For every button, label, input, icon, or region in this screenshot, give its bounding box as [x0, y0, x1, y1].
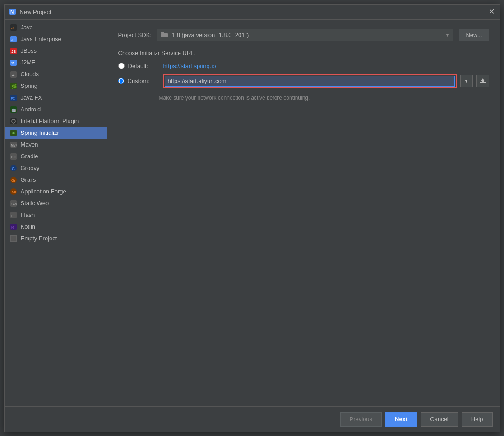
sidebar-item-j2me[interactable]: J2 J2ME	[5, 57, 107, 69]
sidebar-item-label: Maven	[21, 141, 38, 148]
network-warning: Make sure your network connection is act…	[159, 95, 489, 101]
cancel-button[interactable]: Cancel	[421, 412, 458, 427]
jboss-icon: JB	[10, 47, 17, 55]
java-enterprise-icon: JE	[10, 36, 17, 43]
sidebar-item-android[interactable]: 🤖 Android	[5, 104, 107, 115]
svg-rect-38	[161, 33, 168, 37]
empty-icon	[10, 235, 17, 242]
content-area: J Java JE Java Enterprise JB JBoss J2	[5, 20, 500, 406]
sidebar-item-kotlin[interactable]: K Kotlin	[5, 221, 107, 233]
sidebar-item-static-web[interactable]: SW Static Web	[5, 197, 107, 209]
sidebar-item-label: IntelliJ Platform Plugin	[21, 118, 79, 124]
sidebar-item-label: Android	[21, 106, 41, 113]
sidebar-item-label: Spring Initializr	[21, 129, 59, 136]
sidebar-item-javafx[interactable]: FX Java FX	[5, 92, 107, 104]
download-icon	[480, 78, 486, 84]
sidebar-item-flash[interactable]: Fl Flash	[5, 209, 107, 221]
staticweb-icon: SW	[10, 200, 17, 207]
sidebar-item-label: Java	[21, 24, 33, 31]
custom-url-input[interactable]	[165, 76, 455, 87]
sidebar-item-maven[interactable]: MVN Maven	[5, 139, 107, 151]
footer: Previous Next Cancel Help	[5, 406, 500, 432]
svg-text:Fl: Fl	[11, 214, 14, 218]
svg-text:🤖: 🤖	[11, 107, 17, 113]
svg-text:🌿: 🌿	[11, 83, 17, 89]
sidebar-item-empty-project[interactable]: Empty Project	[5, 233, 107, 244]
android-icon: 🤖	[10, 106, 17, 113]
spring-icon: 🌿	[10, 83, 17, 90]
sidebar-item-jboss[interactable]: JB JBoss	[5, 45, 107, 57]
next-button[interactable]: Next	[385, 412, 417, 427]
clouds-icon: ☁	[10, 71, 17, 78]
sidebar-item-label: J2ME	[21, 59, 36, 66]
sidebar-item-java[interactable]: J Java	[5, 22, 107, 33]
svg-text:J2: J2	[11, 62, 14, 65]
svg-text:AF: AF	[11, 190, 16, 194]
sidebar-item-label: Java FX	[21, 94, 42, 101]
intellij-icon	[10, 118, 17, 125]
custom-url-dropdown-arrow[interactable]: ▼	[460, 75, 473, 87]
svg-text:N: N	[10, 9, 14, 14]
svg-text:K: K	[11, 225, 14, 229]
sidebar-item-grails[interactable]: Gr Grails	[5, 174, 107, 186]
custom-radio[interactable]	[118, 78, 124, 84]
sidebar-item-label: JBoss	[21, 47, 37, 54]
grails-icon: Gr	[10, 176, 17, 184]
spacer	[118, 101, 489, 397]
custom-input-wrapper	[163, 74, 457, 88]
sidebar-item-label: Grails	[21, 176, 36, 183]
sidebar-item-application-forge[interactable]: AF Application Forge	[5, 186, 107, 197]
custom-radio-label[interactable]: Custom:	[128, 78, 159, 84]
sdk-dropdown[interactable]: 1.8 (java version "1.8.0_201") ▼	[157, 29, 453, 41]
dialog-title: New Project	[20, 9, 51, 15]
svg-text:JE: JE	[11, 38, 16, 42]
sidebar-item-intellij[interactable]: IntelliJ Platform Plugin	[5, 115, 107, 127]
sidebar-item-java-enterprise[interactable]: JE Java Enterprise	[5, 33, 107, 45]
svg-text:MVN: MVN	[11, 144, 17, 147]
sidebar: J Java JE Java Enterprise JB JBoss J2	[5, 20, 107, 406]
default-radio-label[interactable]: Default:	[128, 63, 160, 69]
sdk-label: Project SDK:	[118, 32, 152, 38]
custom-url-action-button[interactable]	[476, 75, 489, 87]
sidebar-item-groovy[interactable]: G Groovy	[5, 162, 107, 174]
new-sdk-button[interactable]: New...	[459, 29, 489, 41]
gradle-icon: GDL	[10, 153, 17, 160]
sdk-dropdown-arrow: ▼	[445, 32, 449, 37]
sidebar-item-spring-initializr[interactable]: Spring Initializr	[5, 127, 107, 139]
svg-rect-39	[161, 32, 164, 34]
title-bar: N New Project ✕	[5, 5, 500, 20]
help-button[interactable]: Help	[462, 412, 493, 427]
custom-radio-row: Custom: ▼	[118, 74, 489, 88]
close-button[interactable]: ✕	[488, 8, 495, 15]
flash-icon: Fl	[10, 211, 17, 219]
svg-rect-37	[10, 235, 17, 242]
sdk-value: 1.8 (java version "1.8.0_201")	[172, 32, 445, 38]
sidebar-item-gradle[interactable]: GDL Gradle	[5, 151, 107, 162]
previous-button[interactable]: Previous	[340, 412, 382, 427]
sidebar-item-label: Application Forge	[21, 188, 66, 195]
default-url-link[interactable]: https://start.spring.io	[163, 63, 216, 69]
dialog-icon: N	[9, 8, 16, 15]
sdk-row: Project SDK: 1.8 (java version "1.8.0_20…	[118, 29, 489, 41]
sidebar-item-spring[interactable]: 🌿 Spring	[5, 80, 107, 92]
spring-init-icon	[10, 129, 17, 137]
svg-rect-40	[480, 82, 486, 83]
main-panel: Project SDK: 1.8 (java version "1.8.0_20…	[107, 20, 500, 406]
sidebar-item-label: Kotlin	[21, 223, 36, 230]
default-radio-row: Default: https://start.spring.io	[118, 63, 489, 69]
choose-initializr-label: Choose Initializr Service URL.	[118, 50, 489, 56]
svg-marker-41	[481, 78, 485, 82]
sidebar-item-clouds[interactable]: ☁ Clouds	[5, 69, 107, 80]
svg-text:☁: ☁	[11, 73, 15, 77]
svg-text:SW: SW	[11, 202, 17, 206]
sidebar-item-label: Static Web	[21, 200, 49, 207]
sidebar-item-label: Clouds	[21, 71, 39, 78]
default-radio[interactable]	[118, 63, 125, 69]
java-icon: J	[10, 24, 17, 31]
sidebar-item-label: Java Enterprise	[21, 36, 61, 42]
new-project-dialog: N New Project ✕ J Java JE Java Enterpris…	[4, 4, 500, 432]
maven-icon: MVN	[10, 141, 17, 148]
svg-text:Gr: Gr	[11, 179, 15, 183]
svg-text:GDL: GDL	[11, 156, 17, 159]
title-bar-left: N New Project	[9, 8, 51, 15]
